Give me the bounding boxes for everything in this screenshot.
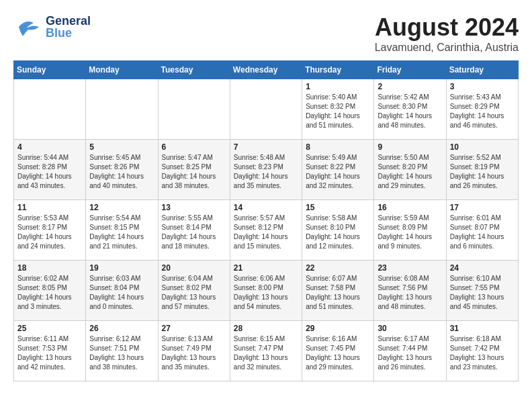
weekday-header-thursday: Thursday [302, 61, 374, 79]
calendar-cell: 17Sunrise: 6:01 AM Sunset: 8:07 PM Dayli… [446, 200, 518, 261]
day-number: 15 [306, 203, 370, 212]
day-info: Sunrise: 6:17 AM Sunset: 7:44 PM Dayligh… [378, 334, 442, 372]
calendar-cell: 29Sunrise: 6:16 AM Sunset: 7:45 PM Dayli… [302, 321, 374, 381]
day-info: Sunrise: 6:01 AM Sunset: 8:07 PM Dayligh… [450, 214, 515, 251]
day-info: Sunrise: 6:10 AM Sunset: 7:55 PM Dayligh… [450, 274, 515, 312]
calendar-cell: 4Sunrise: 5:44 AM Sunset: 8:28 PM Daylig… [14, 140, 86, 200]
day-info: Sunrise: 5:45 AM Sunset: 8:26 PM Dayligh… [89, 153, 154, 191]
calendar-cell: 30Sunrise: 6:17 AM Sunset: 7:44 PM Dayli… [374, 321, 446, 381]
calendar-cell: 27Sunrise: 6:13 AM Sunset: 7:49 PM Dayli… [158, 321, 230, 381]
calendar-cell: 28Sunrise: 6:15 AM Sunset: 7:47 PM Dayli… [230, 321, 302, 381]
day-number: 8 [306, 142, 370, 152]
day-info: Sunrise: 5:59 AM Sunset: 8:09 PM Dayligh… [378, 214, 442, 251]
day-info: Sunrise: 5:47 AM Sunset: 8:25 PM Dayligh… [162, 153, 226, 191]
calendar-cell: 5Sunrise: 5:45 AM Sunset: 8:26 PM Daylig… [86, 140, 158, 200]
day-number: 29 [306, 324, 370, 333]
day-info: Sunrise: 6:12 AM Sunset: 7:51 PM Dayligh… [89, 334, 154, 372]
logo-blue-text: Blue [46, 27, 91, 39]
day-number: 18 [17, 263, 82, 273]
calendar-cell: 24Sunrise: 6:10 AM Sunset: 7:55 PM Dayli… [446, 261, 518, 321]
logo-icon [13, 13, 43, 40]
location: Lavamuend, Carinthia, Austria [375, 42, 519, 54]
day-number: 14 [234, 203, 298, 212]
day-number: 7 [234, 142, 298, 152]
calendar-cell [14, 79, 86, 140]
day-number: 4 [17, 142, 82, 152]
calendar-cell: 15Sunrise: 5:58 AM Sunset: 8:10 PM Dayli… [302, 200, 374, 261]
calendar-cell: 16Sunrise: 5:59 AM Sunset: 8:09 PM Dayli… [374, 200, 446, 261]
calendar-cell: 25Sunrise: 6:11 AM Sunset: 7:53 PM Dayli… [14, 321, 86, 381]
day-number: 13 [162, 203, 226, 212]
day-number: 3 [450, 82, 515, 91]
day-info: Sunrise: 5:48 AM Sunset: 8:23 PM Dayligh… [234, 153, 298, 191]
calendar-cell: 26Sunrise: 6:12 AM Sunset: 7:51 PM Dayli… [86, 321, 158, 381]
day-number: 2 [378, 82, 442, 91]
day-number: 26 [89, 324, 154, 333]
calendar-cell [158, 79, 230, 140]
day-info: Sunrise: 5:44 AM Sunset: 8:28 PM Dayligh… [17, 153, 82, 191]
calendar-cell: 11Sunrise: 5:53 AM Sunset: 8:17 PM Dayli… [14, 200, 86, 261]
day-number: 28 [234, 324, 298, 333]
day-number: 23 [378, 263, 442, 273]
day-number: 12 [89, 203, 154, 212]
weekday-header-saturday: Saturday [446, 61, 518, 79]
calendar-week-4: 18Sunrise: 6:02 AM Sunset: 8:05 PM Dayli… [14, 261, 519, 321]
day-number: 22 [306, 263, 370, 273]
weekday-header-friday: Friday [374, 61, 446, 79]
day-info: Sunrise: 5:52 AM Sunset: 8:19 PM Dayligh… [450, 153, 515, 191]
day-info: Sunrise: 6:13 AM Sunset: 7:49 PM Dayligh… [162, 334, 226, 372]
day-number: 19 [89, 263, 154, 273]
day-number: 1 [306, 82, 370, 91]
calendar-cell: 8Sunrise: 5:49 AM Sunset: 8:22 PM Daylig… [302, 140, 374, 200]
day-number: 25 [17, 324, 82, 333]
day-info: Sunrise: 5:58 AM Sunset: 8:10 PM Dayligh… [306, 214, 370, 251]
calendar-cell [230, 79, 302, 140]
calendar-cell: 10Sunrise: 5:52 AM Sunset: 8:19 PM Dayli… [446, 140, 518, 200]
day-info: Sunrise: 6:02 AM Sunset: 8:05 PM Dayligh… [17, 274, 82, 312]
calendar-cell: 6Sunrise: 5:47 AM Sunset: 8:25 PM Daylig… [158, 140, 230, 200]
weekday-header-wednesday: Wednesday [230, 61, 302, 79]
calendar-cell: 2Sunrise: 5:42 AM Sunset: 8:30 PM Daylig… [374, 79, 446, 140]
day-number: 5 [89, 142, 154, 152]
day-info: Sunrise: 6:06 AM Sunset: 8:00 PM Dayligh… [234, 274, 298, 312]
weekday-header-tuesday: Tuesday [158, 61, 230, 79]
calendar-cell: 14Sunrise: 5:57 AM Sunset: 8:12 PM Dayli… [230, 200, 302, 261]
logo-general-text: General [46, 15, 91, 27]
calendar-cell: 12Sunrise: 5:54 AM Sunset: 8:15 PM Dayli… [86, 200, 158, 261]
calendar-cell: 19Sunrise: 6:03 AM Sunset: 8:04 PM Dayli… [86, 261, 158, 321]
calendar-cell: 18Sunrise: 6:02 AM Sunset: 8:05 PM Dayli… [14, 261, 86, 321]
day-number: 20 [162, 263, 226, 273]
logo-text: General Blue [46, 15, 91, 39]
calendar-cell: 31Sunrise: 6:18 AM Sunset: 7:42 PM Dayli… [446, 321, 518, 381]
calendar-cell: 13Sunrise: 5:55 AM Sunset: 8:14 PM Dayli… [158, 200, 230, 261]
day-info: Sunrise: 6:08 AM Sunset: 7:56 PM Dayligh… [378, 274, 442, 312]
calendar-cell: 1Sunrise: 5:40 AM Sunset: 8:32 PM Daylig… [302, 79, 374, 140]
calendar-cell: 20Sunrise: 6:04 AM Sunset: 8:02 PM Dayli… [158, 261, 230, 321]
day-number: 21 [234, 263, 298, 273]
calendar-cell: 9Sunrise: 5:50 AM Sunset: 8:20 PM Daylig… [374, 140, 446, 200]
title-area: August 2024 Lavamuend, Carinthia, Austri… [375, 13, 519, 54]
day-number: 16 [378, 203, 442, 212]
logo: General Blue [13, 13, 91, 40]
day-info: Sunrise: 5:40 AM Sunset: 8:32 PM Dayligh… [306, 93, 370, 130]
day-info: Sunrise: 5:55 AM Sunset: 8:14 PM Dayligh… [162, 214, 226, 251]
day-info: Sunrise: 6:04 AM Sunset: 8:02 PM Dayligh… [162, 274, 226, 312]
day-number: 17 [450, 203, 515, 212]
day-info: Sunrise: 6:11 AM Sunset: 7:53 PM Dayligh… [17, 334, 82, 372]
month-year: August 2024 [375, 13, 519, 42]
day-number: 31 [450, 324, 515, 333]
day-number: 11 [17, 203, 82, 212]
day-number: 27 [162, 324, 226, 333]
day-number: 30 [378, 324, 442, 333]
day-info: Sunrise: 6:15 AM Sunset: 7:47 PM Dayligh… [234, 334, 298, 372]
calendar-week-3: 11Sunrise: 5:53 AM Sunset: 8:17 PM Dayli… [14, 200, 519, 261]
day-number: 24 [450, 263, 515, 273]
calendar-cell: 3Sunrise: 5:43 AM Sunset: 8:29 PM Daylig… [446, 79, 518, 140]
day-info: Sunrise: 5:42 AM Sunset: 8:30 PM Dayligh… [378, 93, 442, 130]
day-info: Sunrise: 6:18 AM Sunset: 7:42 PM Dayligh… [450, 334, 515, 372]
day-info: Sunrise: 6:07 AM Sunset: 7:58 PM Dayligh… [306, 274, 370, 312]
calendar-cell [86, 79, 158, 140]
day-info: Sunrise: 5:53 AM Sunset: 8:17 PM Dayligh… [17, 214, 82, 251]
calendar-week-5: 25Sunrise: 6:11 AM Sunset: 7:53 PM Dayli… [14, 321, 519, 381]
day-info: Sunrise: 5:57 AM Sunset: 8:12 PM Dayligh… [234, 214, 298, 251]
